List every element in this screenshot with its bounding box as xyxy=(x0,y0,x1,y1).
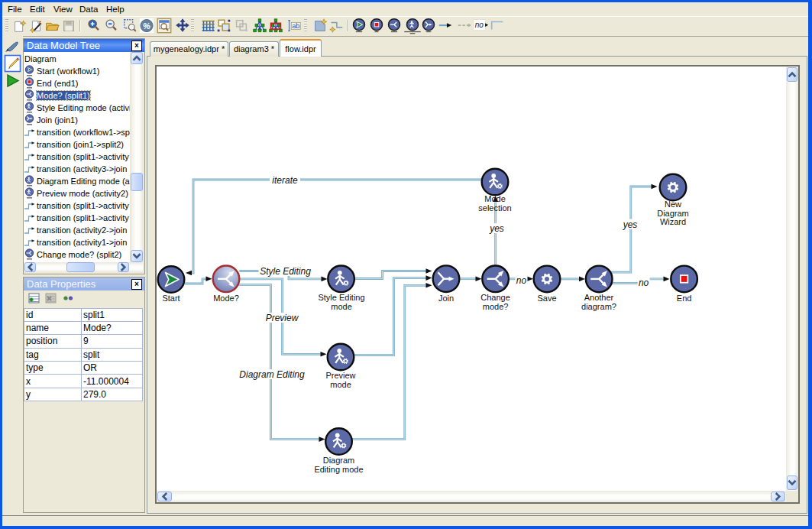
svg-text:no: no xyxy=(475,21,484,29)
svg-text:diagram?: diagram? xyxy=(581,302,616,311)
svg-text:%: % xyxy=(143,21,150,31)
svg-text:Diagram: Diagram xyxy=(657,209,689,218)
svg-text:yes: yes xyxy=(623,219,638,230)
svg-text:no: no xyxy=(639,277,649,288)
svg-text:mode: mode xyxy=(331,302,352,311)
svg-text:Diagram: Diagram xyxy=(323,456,355,465)
svg-text:Wizard: Wizard xyxy=(660,217,686,226)
svg-text:selection: selection xyxy=(478,203,511,213)
svg-text:Preview: Preview xyxy=(325,371,355,380)
svg-text:yes: yes xyxy=(489,223,504,234)
svg-text:mode?: mode? xyxy=(483,302,509,311)
svg-text:Save: Save xyxy=(537,294,556,303)
svg-text:ab: ab xyxy=(292,22,299,30)
svg-text:Diagram Editing: Diagram Editing xyxy=(239,369,305,380)
svg-text:iterate: iterate xyxy=(272,175,298,186)
svg-text:Join: Join xyxy=(438,294,454,303)
svg-text:Start: Start xyxy=(162,294,180,303)
svg-text:Editing mode: Editing mode xyxy=(314,465,363,474)
svg-text:Mode?: Mode? xyxy=(213,294,239,303)
svg-text:mode: mode xyxy=(330,380,351,389)
svg-text:Another: Another xyxy=(584,293,614,302)
svg-text:End: End xyxy=(677,294,692,303)
svg-text:Style Editing: Style Editing xyxy=(318,293,364,302)
svg-text:no: no xyxy=(516,275,527,286)
svg-text:Change: Change xyxy=(480,293,510,302)
svg-text:Preview: Preview xyxy=(266,313,299,323)
svg-text:Mode: Mode xyxy=(484,194,506,203)
svg-text:New: New xyxy=(665,200,681,209)
svg-text:Style Editing: Style Editing xyxy=(260,266,311,277)
